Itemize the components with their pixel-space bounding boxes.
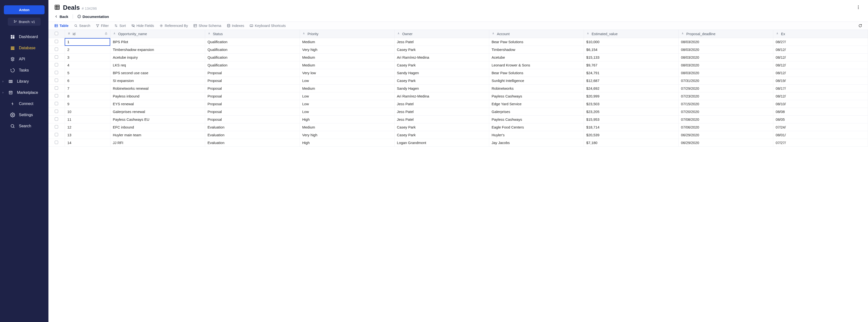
cell-Opportunity_name[interactable]: Acetube inquiry xyxy=(110,54,205,61)
sidebar-item-api[interactable]: API xyxy=(0,54,49,64)
cell-Status[interactable]: Proposal xyxy=(205,100,300,108)
cell-Priority[interactable]: Medium xyxy=(300,54,394,61)
cell-Expected_close[interactable]: 08/08 xyxy=(773,108,868,116)
row-checkbox[interactable] xyxy=(55,79,58,82)
cell-Opportunity_name[interactable]: Robinetworks renewal xyxy=(110,85,205,92)
row-select[interactable] xyxy=(49,108,65,116)
select-all-checkbox[interactable] xyxy=(55,32,58,35)
cell-Priority[interactable]: Very high xyxy=(300,46,394,54)
row-select[interactable] xyxy=(49,77,65,85)
row-select[interactable] xyxy=(49,69,65,77)
table-row[interactable]: 8Payless inboundProposalLowAri Ramírez-M… xyxy=(49,92,868,100)
cell-Proposal_deadline[interactable]: 07/15/2020 xyxy=(678,100,773,108)
select-all-header[interactable] xyxy=(49,30,65,38)
column-header-Estimated_value[interactable]: Estimated_value xyxy=(584,30,678,38)
cell-Owner[interactable]: Ari Ramírez-Medina xyxy=(394,54,489,61)
cell-Status[interactable]: Qualification xyxy=(205,61,300,69)
cell-Priority[interactable]: Medium xyxy=(300,85,394,92)
cell-Proposal_deadline[interactable]: 07/29/2020 xyxy=(678,85,773,92)
more-menu-button[interactable] xyxy=(855,3,862,12)
cell-id[interactable]: 11 xyxy=(65,116,110,123)
branch-selector[interactable]: Branch: v1 xyxy=(8,18,41,26)
cell-Owner[interactable]: Casey Park xyxy=(394,46,489,54)
show-schema-button[interactable]: Show Schema xyxy=(193,24,221,28)
cell-Priority[interactable]: Low xyxy=(300,108,394,116)
cell-Owner[interactable]: Casey Park xyxy=(394,123,489,131)
cell-Account[interactable]: Sunlight Intelligence xyxy=(489,77,584,85)
cell-Opportunity_name[interactable]: BPS Pilot xyxy=(110,38,205,46)
sidebar-item-database[interactable]: Database xyxy=(0,43,49,53)
cell-Expected_close[interactable]: 08/12/ xyxy=(773,92,868,100)
cell-Owner[interactable]: Ari Ramírez-Medina xyxy=(394,92,489,100)
cell-Status[interactable]: Evaluation xyxy=(205,139,300,147)
cell-Account[interactable]: Huyler's xyxy=(489,131,584,139)
row-checkbox[interactable] xyxy=(55,110,58,113)
cell-Owner[interactable]: Sandy Hagen xyxy=(394,69,489,77)
cell-Expected_close[interactable]: 08/12/ xyxy=(773,46,868,54)
cell-Owner[interactable]: Jess Patel xyxy=(394,100,489,108)
cell-id[interactable]: 5 xyxy=(65,69,110,77)
cell-Owner[interactable]: Jess Patel xyxy=(394,38,489,46)
cell-Estimated_value[interactable]: $24,791 xyxy=(584,69,678,77)
sidebar-item-marketplace[interactable]: Marketplace xyxy=(0,87,49,98)
cell-Estimated_value[interactable]: $10,000 xyxy=(584,38,678,46)
row-select[interactable] xyxy=(49,38,65,46)
refresh-button[interactable] xyxy=(858,24,862,28)
cell-Opportunity_name[interactable]: BPS second use case xyxy=(110,69,205,77)
cell-Proposal_deadline[interactable]: 07/06/2020 xyxy=(678,123,773,131)
cell-Owner[interactable]: Jess Patel xyxy=(394,116,489,123)
cell-Estimated_value[interactable]: $23,205 xyxy=(584,108,678,116)
cell-Proposal_deadline[interactable]: 08/03/2020 xyxy=(678,61,773,69)
cell-Estimated_value[interactable]: $9,767 xyxy=(584,61,678,69)
documentation-link[interactable]: Documentation xyxy=(77,14,109,19)
cell-Priority[interactable]: Low xyxy=(300,77,394,85)
cell-Expected_close[interactable]: 08/12/ xyxy=(773,69,868,77)
cell-Expected_close[interactable]: 08/12/ xyxy=(773,54,868,61)
cell-id[interactable]: 9 xyxy=(65,100,110,108)
cell-Opportunity_name[interactable]: Galerprises renewal xyxy=(110,108,205,116)
cell-Expected_close[interactable]: 07/27/ xyxy=(773,139,868,147)
cell-Priority[interactable]: Very low xyxy=(300,69,394,77)
cell-Priority[interactable]: Medium xyxy=(300,61,394,69)
cell-Account[interactable]: Robinetworks xyxy=(489,85,584,92)
row-checkbox[interactable] xyxy=(55,94,58,97)
cell-Status[interactable]: Qualification xyxy=(205,54,300,61)
cell-Priority[interactable]: High xyxy=(300,139,394,147)
cell-Status[interactable]: Proposal xyxy=(205,92,300,100)
cell-Estimated_value[interactable]: $12,687 xyxy=(584,77,678,85)
sidebar-item-settings[interactable]: Settings xyxy=(0,110,49,120)
cell-Status[interactable]: Proposal xyxy=(205,116,300,123)
cell-Expected_close[interactable]: 08/27/ xyxy=(773,38,868,46)
cell-Status[interactable]: Proposal xyxy=(205,69,300,77)
cell-Priority[interactable]: Very high xyxy=(300,131,394,139)
cell-id[interactable]: 14 xyxy=(65,139,110,147)
cell-Account[interactable]: Edge Yard Service xyxy=(489,100,584,108)
row-select[interactable] xyxy=(49,54,65,61)
column-header-Proposal_deadline[interactable]: Proposal_deadline xyxy=(678,30,773,38)
table-row[interactable]: 9EYS renewalProposalLowJess PatelEdge Ya… xyxy=(49,100,868,108)
cell-Account[interactable]: Payless Cashways xyxy=(489,92,584,100)
sidebar-item-connect[interactable]: Connect xyxy=(0,98,49,109)
table-row[interactable]: 7Robinetworks renewalProposalMediumSandy… xyxy=(49,85,868,92)
cell-Proposal_deadline[interactable]: 08/03/2020 xyxy=(678,46,773,54)
table-row[interactable]: 3Acetube inquiryQualificationMediumAri R… xyxy=(49,54,868,61)
filter-button[interactable]: Filter xyxy=(96,24,109,28)
table-row[interactable]: 5BPS second use caseProposalVery lowSand… xyxy=(49,69,868,77)
cell-Estimated_value[interactable]: $20,999 xyxy=(584,92,678,100)
cell-Owner[interactable]: Casey Park xyxy=(394,61,489,69)
cell-Account[interactable]: Leonard Krower & Sons xyxy=(489,61,584,69)
row-checkbox[interactable] xyxy=(55,86,58,90)
cell-Expected_close[interactable]: 08/19/ xyxy=(773,77,868,85)
cell-Expected_close[interactable]: 08/17/ xyxy=(773,85,868,92)
cell-Account[interactable]: Bear Paw Solutions xyxy=(489,69,584,77)
row-select[interactable] xyxy=(49,85,65,92)
cell-id[interactable] xyxy=(65,38,110,46)
cell-Expected_close[interactable]: 08/05 xyxy=(773,116,868,123)
cell-Proposal_deadline[interactable]: 08/03/2020 xyxy=(678,69,773,77)
cell-Status[interactable]: Qualification xyxy=(205,46,300,54)
row-select[interactable] xyxy=(49,92,65,100)
cell-Opportunity_name[interactable]: Payless inbound xyxy=(110,92,205,100)
row-checkbox[interactable] xyxy=(55,125,58,128)
cell-id[interactable]: 3 xyxy=(65,54,110,61)
row-checkbox[interactable] xyxy=(55,63,58,66)
